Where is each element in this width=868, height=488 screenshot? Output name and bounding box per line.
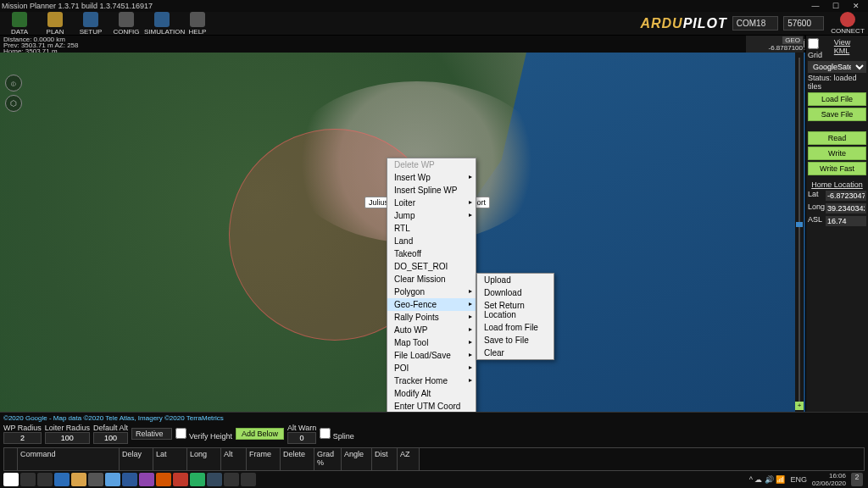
menu-rtl[interactable]: RTL	[387, 222, 476, 235]
map-credits: ©2020 Google - Map data ©2020 Tele Atlas…	[3, 414, 865, 422]
menu-polygon[interactable]: Polygon	[387, 286, 476, 298]
tray-notifications[interactable]: 2	[851, 473, 863, 486]
context-submenu-geofence[interactable]: UploadDownloadSet Return LocationLoad fr…	[476, 273, 554, 360]
taskbar-app[interactable]	[173, 473, 188, 486]
col-angle[interactable]: Angle	[342, 448, 372, 470]
map-tool-2[interactable]: ⬡	[5, 95, 22, 112]
map-tool-1[interactable]: ⦶	[5, 75, 22, 92]
toolbar-data[interactable]: DATA	[2, 12, 37, 36]
submenu-clear[interactable]: Clear	[477, 347, 554, 359]
submenu-load-from-file[interactable]: Load from File	[477, 321, 554, 334]
map-source-select[interactable]: GoogleSatelliteMa	[808, 61, 866, 73]
menu-loiter[interactable]: Loiter	[387, 197, 476, 209]
view-kml-link[interactable]: View KML	[834, 38, 866, 59]
menu-insert-spline-wp[interactable]: Insert Spline WP	[387, 184, 476, 197]
zoom-button[interactable]: +	[795, 402, 804, 410]
tray-icons[interactable]: ^ ☁ 🔊 📶	[749, 475, 786, 484]
col-grad-[interactable]: Grad %	[314, 448, 342, 470]
tray-clock[interactable]: 16:0602/06/2020	[812, 472, 846, 487]
taskbar-app[interactable]	[54, 473, 70, 486]
telemetry-summary: Distance: 0.0000 km Prev: 3503.71 m AZ: …	[3, 36, 79, 52]
taskbar-app[interactable]	[139, 473, 154, 486]
port-select[interactable]: COM18	[732, 16, 778, 30]
zoom-slider[interactable]	[795, 53, 804, 412]
waypoint-grid[interactable]: CommandDelayLatLongAltFrameDeleteGrad %A…	[3, 447, 865, 471]
menu-clear-mission[interactable]: Clear Mission	[387, 273, 476, 286]
menu-land[interactable]: Land	[387, 235, 476, 247]
window-close[interactable]: ✕	[846, 2, 866, 10]
window-minimize[interactable]: —	[805, 2, 826, 10]
grid-check[interactable]: Grid	[808, 38, 834, 59]
col-long[interactable]: Long	[187, 448, 221, 470]
start-button[interactable]	[3, 473, 19, 486]
taskbar-app[interactable]	[105, 473, 120, 486]
default-alt-input[interactable]: 100	[93, 432, 128, 444]
submenu-download[interactable]: Download	[477, 286, 554, 299]
menu-poi[interactable]: POI	[387, 362, 476, 374]
read-button[interactable]: Read	[808, 131, 866, 145]
save-file-button[interactable]: Save File	[808, 108, 866, 121]
add-below-button[interactable]: Add Below	[236, 428, 284, 440]
menu-enter-utm-coord[interactable]: Enter UTM Coord	[387, 400, 476, 413]
toolbar-simulation[interactable]: SIMULATION	[144, 12, 180, 36]
home-location-header: Home Location	[808, 180, 866, 189]
connect-button[interactable]: CONNECT	[829, 12, 866, 35]
menu-map-tool[interactable]: Map Tool	[387, 336, 476, 349]
col-dist[interactable]: Dist	[372, 448, 398, 470]
verify-height-check[interactable]: Verify Height	[175, 428, 232, 441]
toolbar-plan[interactable]: PLAN	[37, 12, 73, 36]
col-delete[interactable]: Delete	[281, 448, 314, 470]
taskbar-app[interactable]	[224, 473, 239, 486]
col-command[interactable]: Command	[18, 448, 120, 470]
taskbar-app[interactable]	[122, 473, 137, 486]
alt-warn-input[interactable]: 0	[287, 432, 316, 444]
task-search-icon[interactable]	[20, 473, 36, 486]
wp-radius-input[interactable]: 2	[3, 432, 42, 444]
col-lat[interactable]: Lat	[153, 448, 187, 470]
alt-mode-select[interactable]: Relative	[131, 428, 173, 440]
submenu-save-to-file[interactable]: Save to File	[477, 334, 554, 347]
col-az[interactable]: AZ	[398, 448, 420, 470]
task-view-icon[interactable]	[37, 473, 53, 486]
menu-delete-wp: Delete WP	[387, 158, 476, 171]
menu-tracker-home[interactable]: Tracker Home	[387, 374, 476, 387]
home-lon-input[interactable]	[826, 203, 866, 214]
submenu-upload[interactable]: Upload	[477, 274, 554, 286]
load-file-button[interactable]: Load File	[808, 92, 866, 106]
taskbar-app[interactable]	[156, 473, 171, 486]
menu-takeoff[interactable]: Takeoff	[387, 247, 476, 260]
col-alt[interactable]: Alt	[221, 448, 247, 470]
submenu-set-return-location[interactable]: Set Return Location	[477, 299, 554, 321]
taskbar-app[interactable]	[71, 473, 86, 486]
home-asl-input[interactable]	[826, 216, 866, 226]
loiter-radius-input[interactable]: 100	[45, 432, 90, 444]
toolbar-setup[interactable]: SETUP	[73, 12, 108, 36]
menu-modify-alt[interactable]: Modify Alt	[387, 387, 476, 400]
menu-do-set-roi[interactable]: DO_SET_ROI	[387, 260, 476, 273]
taskbar-app[interactable]	[241, 473, 256, 486]
window-maximize[interactable]: ☐	[826, 2, 846, 10]
toolbar-config[interactable]: CONFIG	[108, 12, 144, 36]
write-fast-button[interactable]: Write Fast	[808, 162, 866, 175]
menu-file-load-save[interactable]: File Load/Save	[387, 349, 476, 362]
home-lat-input[interactable]	[826, 191, 866, 201]
menu-rally-points[interactable]: Rally Points	[387, 311, 476, 324]
menu-auto-wp[interactable]: Auto WP	[387, 324, 476, 336]
col-frame[interactable]: Frame	[247, 448, 281, 470]
taskbar-app[interactable]	[190, 473, 205, 486]
menu-jump[interactable]: Jump	[387, 209, 476, 222]
spline-check[interactable]: Spline	[320, 428, 354, 441]
tray-lang[interactable]: ENG	[790, 475, 807, 484]
toolbar-help[interactable]: HELP	[180, 12, 215, 36]
windows-taskbar[interactable]: ^ ☁ 🔊 📶 ENG 16:0602/06/2020 2	[0, 471, 868, 488]
col-idx[interactable]	[4, 448, 18, 470]
baud-select[interactable]: 57600	[783, 16, 824, 30]
taskbar-app[interactable]	[207, 473, 222, 486]
write-button[interactable]: Write	[808, 147, 866, 160]
ardupilot-logo: ARDUPILOT	[640, 16, 726, 31]
waypoint-panel: ©2020 Google - Map data ©2020 Tele Atlas…	[0, 412, 868, 471]
menu-insert-wp[interactable]: Insert Wp	[387, 171, 476, 184]
col-delay[interactable]: Delay	[120, 448, 153, 470]
taskbar-app[interactable]	[88, 473, 103, 486]
menu-geo-fence[interactable]: Geo-Fence	[387, 298, 476, 311]
